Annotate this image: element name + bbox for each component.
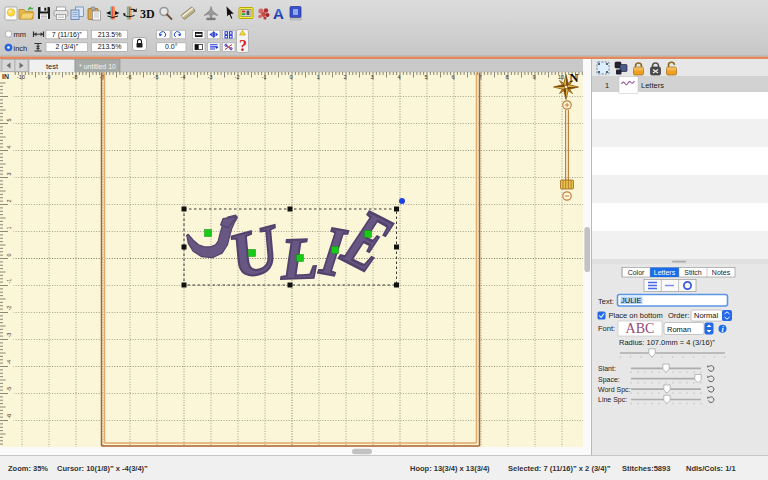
svg-text:Cursor: 10(1/8)” x -4(3/4)”: Cursor: 10(1/8)” x -4(3/4)” <box>57 464 148 473</box>
svg-text:ABC: ABC <box>626 321 655 336</box>
svg-text:Zoom: 35%: Zoom: 35% <box>8 464 48 473</box>
svg-text:Place on bottom: Place on bottom <box>609 311 663 320</box>
svg-text:Roman: Roman <box>667 325 691 334</box>
svg-text:JULIE: JULIE <box>621 296 641 305</box>
svg-text:Ndls/Cols: 1/1: Ndls/Cols: 1/1 <box>686 464 736 473</box>
svg-text:inch: inch <box>14 44 28 53</box>
svg-text:1: 1 <box>316 74 319 80</box>
svg-text:Letters: Letters <box>654 269 676 276</box>
svg-text:2: 2 <box>343 74 346 80</box>
svg-text:Normal: Normal <box>694 311 719 320</box>
svg-text:Font:: Font: <box>598 324 615 333</box>
svg-text:A: A <box>273 5 284 22</box>
svg-text:test: test <box>46 62 59 71</box>
svg-text:4: 4 <box>6 145 12 148</box>
svg-text:-3: -3 <box>208 74 213 80</box>
svg-text:Word Spc:: Word Spc: <box>598 386 631 394</box>
svg-text:-1: -1 <box>6 279 12 284</box>
svg-text:3D: 3D <box>140 7 155 21</box>
svg-text:Text:: Text: <box>598 297 614 306</box>
svg-text:Stitches:5893: Stitches:5893 <box>622 464 670 473</box>
svg-text:Letters: Letters <box>641 81 664 90</box>
svg-text:-4: -4 <box>181 74 186 80</box>
svg-text:Notes: Notes <box>712 269 731 276</box>
svg-text:2 (3/4)”: 2 (3/4)” <box>55 43 78 51</box>
svg-text:Stitch: Stitch <box>684 269 702 276</box>
svg-text:213.5%: 213.5% <box>98 43 122 50</box>
svg-text:-5: -5 <box>154 74 159 80</box>
svg-text:IN: IN <box>2 73 9 80</box>
svg-text:9: 9 <box>532 74 535 80</box>
svg-text:-9: -9 <box>46 74 51 80</box>
svg-text:* untitled 10: * untitled 10 <box>79 63 116 70</box>
svg-text:-5: -5 <box>6 387 12 392</box>
svg-text:3: 3 <box>370 74 373 80</box>
svg-text:5: 5 <box>424 74 427 80</box>
svg-text:-2: -2 <box>235 74 240 80</box>
svg-text:N: N <box>569 70 579 85</box>
svg-text:-4: -4 <box>6 360 12 365</box>
svg-text:213.5%: 213.5% <box>98 31 122 38</box>
svg-text:Selected: 7 (11/16)” x 2 (3/4): Selected: 7 (11/16)” x 2 (3/4)” <box>508 464 611 473</box>
svg-text:0: 0 <box>6 253 12 256</box>
svg-text:3: 3 <box>6 172 12 175</box>
svg-text:-6: -6 <box>127 74 132 80</box>
svg-text:4: 4 <box>397 74 400 80</box>
svg-text:Slant:: Slant: <box>598 365 616 372</box>
svg-text:6: 6 <box>451 74 454 80</box>
svg-text:-1: -1 <box>262 74 267 80</box>
svg-text:-6: -6 <box>6 414 12 419</box>
svg-text:Color: Color <box>628 269 645 276</box>
svg-text:mm: mm <box>14 30 27 39</box>
svg-text:Order:: Order: <box>668 311 689 320</box>
svg-text:-3: -3 <box>6 333 12 338</box>
svg-text:1: 1 <box>605 81 609 90</box>
svg-text:0: 0 <box>289 74 292 80</box>
svg-text:-10: -10 <box>17 74 25 80</box>
svg-text:1: 1 <box>6 226 12 229</box>
svg-text:Space:: Space: <box>598 376 620 384</box>
svg-text:Line Spc:: Line Spc: <box>598 396 627 404</box>
svg-text:-8: -8 <box>73 74 78 80</box>
svg-text:7 (11/16)”: 7 (11/16)” <box>52 31 82 39</box>
svg-text:Radius: 107.0mm = 4 (3/16)”: Radius: 107.0mm = 4 (3/16)” <box>619 338 715 347</box>
svg-text:8: 8 <box>505 74 508 80</box>
svg-text:2: 2 <box>6 199 12 202</box>
svg-text:-2: -2 <box>6 306 12 311</box>
svg-text:0.0°: 0.0° <box>165 43 178 50</box>
svg-text:Hoop: 13(3/4) x 13(3/4): Hoop: 13(3/4) x 13(3/4) <box>410 464 490 473</box>
svg-text:?: ? <box>239 37 247 54</box>
svg-text:5: 5 <box>6 118 12 121</box>
svg-text:10: 10 <box>558 74 564 80</box>
